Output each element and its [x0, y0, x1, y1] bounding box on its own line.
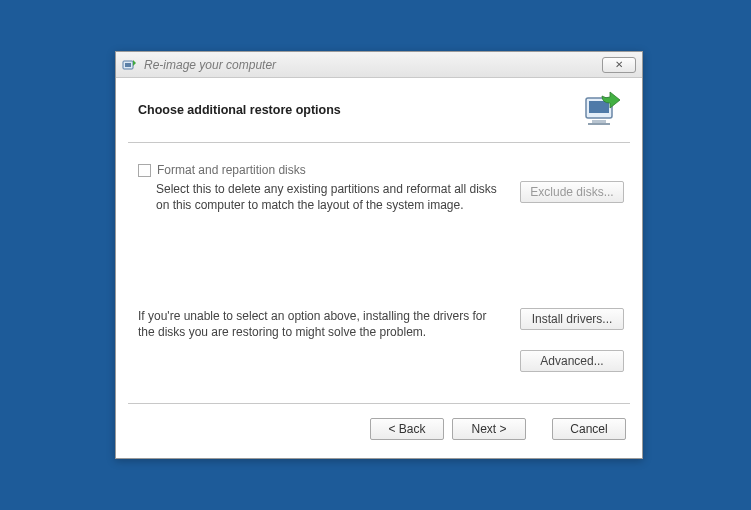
- app-icon: [122, 57, 138, 73]
- header: Choose additional restore options: [116, 78, 642, 142]
- footer: < Back Next > Cancel: [116, 404, 642, 458]
- format-description-row: Select this to delete any existing parti…: [138, 181, 624, 213]
- svg-rect-4: [592, 120, 606, 123]
- dialog-window: Re-image your computer ✕ Choose addition…: [115, 51, 643, 459]
- advanced-button[interactable]: Advanced...: [520, 350, 624, 372]
- drivers-section: If you're unable to select an option abo…: [138, 308, 624, 372]
- close-icon: ✕: [615, 59, 623, 70]
- cancel-button[interactable]: Cancel: [552, 418, 626, 440]
- svg-rect-5: [588, 123, 610, 125]
- svg-rect-1: [125, 63, 131, 67]
- next-button[interactable]: Next >: [452, 418, 526, 440]
- titlebar: Re-image your computer ✕: [116, 52, 642, 78]
- exclude-disks-button[interactable]: Exclude disks...: [520, 181, 624, 203]
- format-description: Select this to delete any existing parti…: [138, 181, 506, 213]
- content-area: Format and repartition disks Select this…: [116, 143, 642, 403]
- page-heading: Choose additional restore options: [138, 103, 580, 117]
- format-checkbox-label: Format and repartition disks: [157, 163, 306, 177]
- format-option-row: Format and repartition disks: [138, 163, 624, 177]
- drivers-description: If you're unable to select an option abo…: [138, 308, 506, 340]
- format-checkbox[interactable]: [138, 164, 151, 177]
- install-drivers-button[interactable]: Install drivers...: [520, 308, 624, 330]
- window-title: Re-image your computer: [144, 58, 596, 72]
- close-button[interactable]: ✕: [602, 57, 636, 73]
- back-button[interactable]: < Back: [370, 418, 444, 440]
- restore-computer-icon: [580, 88, 624, 132]
